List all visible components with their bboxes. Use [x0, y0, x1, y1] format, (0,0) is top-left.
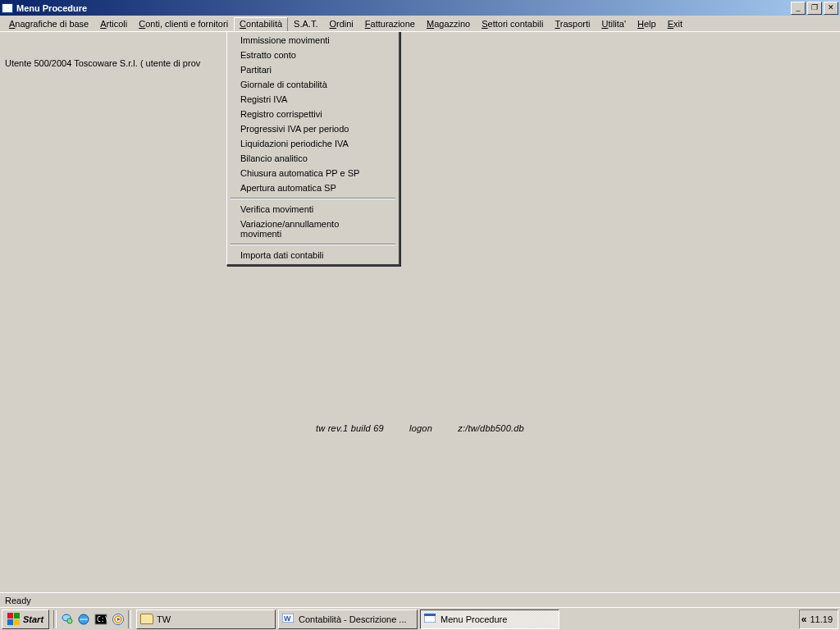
dropdown-item[interactable]: Progressivi IVA per periodo — [229, 121, 397, 136]
menu-item-fatturazione[interactable]: Fatturazione — [359, 17, 421, 30]
taskbar-task-label: TW — [157, 614, 171, 624]
content-area: Utente 500/2004 Toscoware S.r.l. ( utent… — [0, 32, 840, 601]
taskbar-task[interactable]: Menu Procedure — [420, 609, 559, 629]
dropdown-item[interactable]: Variazione/annullamento movimenti — [229, 217, 397, 241]
statusbar: Ready — [0, 592, 840, 607]
taskbar-task[interactable]: TW — [136, 609, 276, 629]
dropdown-item[interactable]: Estratto conto — [229, 48, 397, 62]
db-path-text: z:/tw/dbb500.db — [458, 423, 524, 433]
msn-icon[interactable] — [59, 612, 74, 627]
close-button[interactable]: ✕ — [824, 2, 838, 15]
taskbar-divider — [128, 610, 131, 628]
dropdown-item[interactable]: Registro corrispettivi — [229, 107, 397, 121]
menu-item-magazzino[interactable]: Magazzino — [421, 17, 476, 30]
system-tray: « 11.19 — [799, 609, 838, 629]
dropdown-item[interactable]: Giornale di contabilità — [229, 77, 397, 92]
menubar: Anagrafiche di baseArticoliConti, client… — [0, 16, 840, 32]
menu-item-trasporti[interactable]: Trasporti — [549, 17, 596, 30]
build-info: tw rev.1 build 69 logon z:/tw/dbb500.db — [0, 423, 840, 433]
dropdown-separator — [231, 244, 395, 245]
app-window-icon — [424, 614, 437, 624]
minimize-button[interactable]: _ — [791, 2, 806, 15]
taskbar-task[interactable]: WContabilità - Descrizione ... — [278, 609, 418, 629]
menu-item-settori-contabili[interactable]: Settori contabili — [476, 17, 549, 30]
maximize-button[interactable]: ❐ — [807, 2, 822, 15]
cmd-icon[interactable]: C:\ — [94, 612, 108, 627]
menu-item-exit[interactable]: Exit — [662, 17, 688, 30]
logon-text: logon — [409, 423, 432, 433]
app-icon — [2, 3, 13, 13]
dropdown-item[interactable]: Chiusura automatica PP e SP — [229, 166, 397, 180]
dropdown-item[interactable]: Apertura automatica SP — [229, 180, 397, 195]
dropdown-separator — [231, 198, 395, 199]
dropdown-item[interactable]: Importa dati contabili — [229, 248, 397, 262]
menu-item-ordini[interactable]: Ordini — [323, 17, 358, 30]
dropdown-item[interactable]: Partitari — [229, 62, 397, 77]
status-text: Ready — [5, 596, 31, 605]
window-controls: _ ❐ ✕ — [791, 2, 838, 15]
menu-item-utilita-[interactable]: Utilita' — [596, 17, 632, 30]
menu-item-s-a-t-[interactable]: S.A.T. — [288, 17, 323, 30]
dropdown-item[interactable]: Liquidazioni periodiche IVA — [229, 136, 397, 151]
version-text: tw rev.1 build 69 — [316, 423, 384, 433]
quick-launch: C:\ — [59, 612, 126, 627]
clock: 11.19 — [810, 614, 833, 624]
svg-text:W: W — [284, 614, 291, 623]
svg-rect-10 — [424, 614, 436, 616]
svg-point-0 — [67, 619, 72, 623]
menu-item-contabilit-[interactable]: Contabilità — [234, 17, 288, 31]
windows-logo-icon — [7, 613, 21, 625]
menu-item-anagrafiche-di-base[interactable]: Anagrafiche di base — [3, 17, 94, 30]
svg-text:C:\: C:\ — [97, 616, 107, 623]
dropdown-item[interactable]: Bilancio analitico — [229, 151, 397, 166]
dropdown-item[interactable]: Registri IVA — [229, 92, 397, 107]
folder-icon — [140, 614, 153, 624]
dropdown-item[interactable]: Immissione movimenti — [229, 33, 397, 48]
taskbar-divider — [53, 610, 57, 628]
taskbar-task-label: Contabilità - Descrizione ... — [299, 614, 406, 624]
word-icon: W — [282, 614, 295, 624]
ie-icon[interactable] — [76, 612, 91, 627]
start-label: Start — [23, 614, 43, 624]
menu-item-help[interactable]: Help — [632, 17, 662, 30]
menu-item-conti-clienti-e-fornitori[interactable]: Conti, clienti e fornitori — [133, 17, 234, 30]
tray-expand-icon[interactable]: « — [801, 614, 806, 625]
contabilita-dropdown: Immissione movimentiEstratto contoPartit… — [226, 30, 400, 266]
start-button[interactable]: Start — [2, 609, 49, 629]
media-player-icon[interactable] — [111, 612, 126, 627]
menu-item-articoli[interactable]: Articoli — [94, 17, 133, 30]
taskbar-task-label: Menu Procedure — [441, 614, 507, 624]
titlebar: Menu Procedure _ ❐ ✕ — [0, 0, 840, 16]
dropdown-item[interactable]: Verifica movimenti — [229, 202, 397, 217]
window-title: Menu Procedure — [16, 3, 87, 13]
user-caption: Utente 500/2004 Toscoware S.r.l. ( utent… — [5, 58, 200, 68]
taskbar: Start C:\ TWWContabilità - Descrizione .… — [0, 607, 840, 630]
